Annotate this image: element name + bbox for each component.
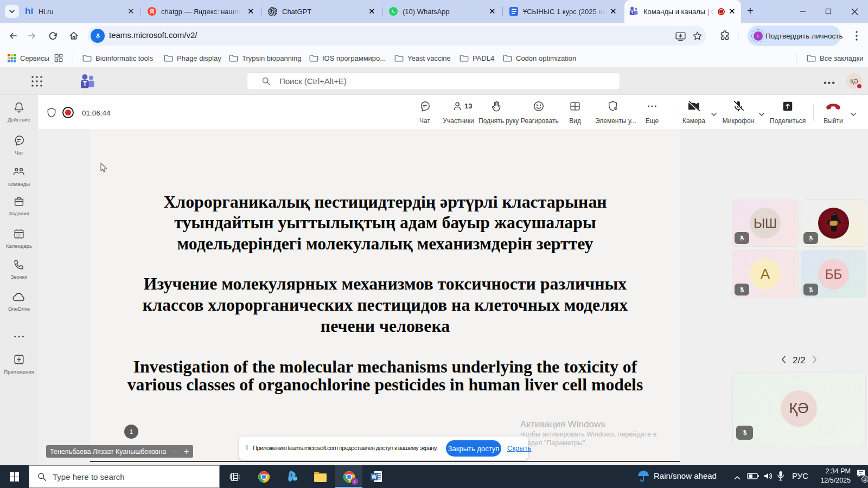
svg-text:T: T bbox=[83, 80, 87, 88]
svg-text:W: W bbox=[372, 474, 377, 480]
svg-text:T: T bbox=[631, 10, 634, 15]
